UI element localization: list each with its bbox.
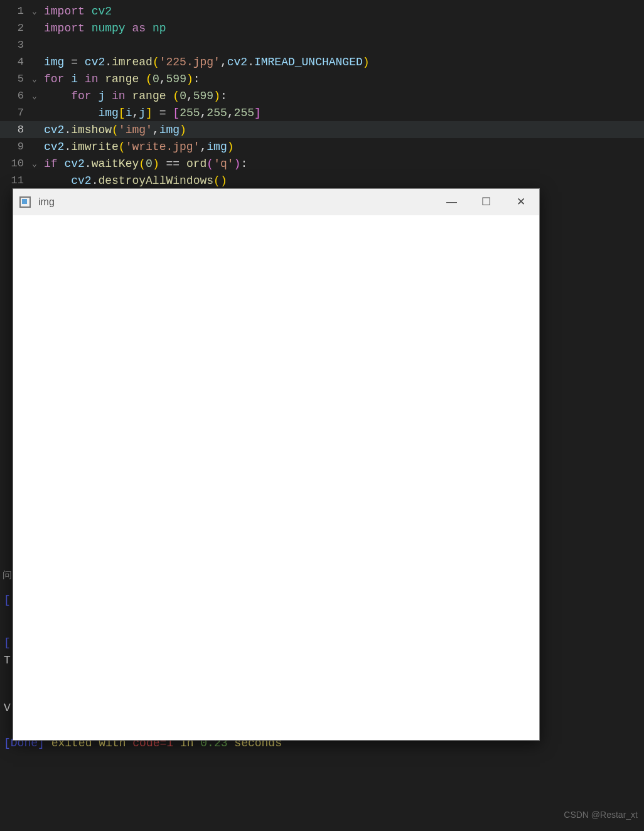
fold-icon[interactable]: ⌄ bbox=[28, 6, 41, 16]
code-editor[interactable]: 1⌄import cv22import numpy as np34img = c… bbox=[0, 0, 644, 189]
code-line[interactable]: 3 bbox=[0, 36, 644, 53]
minimize-button[interactable]: — bbox=[446, 198, 455, 206]
code-line[interactable]: 8cv2.imshow('img',img) bbox=[0, 121, 644, 138]
code-content[interactable]: for j in range (0,599): bbox=[41, 90, 227, 102]
line-number: 9 bbox=[0, 141, 28, 153]
line-number: 1 bbox=[0, 5, 28, 17]
code-line[interactable]: 11 cv2.destroyAllWindows() bbox=[0, 172, 644, 189]
terminal-text: T bbox=[4, 654, 11, 667]
code-content[interactable]: img[i,j] = [255,255,255] bbox=[41, 107, 261, 119]
line-number: 6 bbox=[0, 90, 28, 102]
line-number: 3 bbox=[0, 39, 28, 51]
code-content[interactable]: cv2.imshow('img',img) bbox=[41, 124, 186, 136]
code-line[interactable]: 10⌄if cv2.waitKey(0) == ord('q'): bbox=[0, 155, 644, 172]
line-number: 10 bbox=[0, 158, 28, 169]
line-number: 2 bbox=[0, 22, 28, 34]
code-line[interactable]: 1⌄import cv2 bbox=[0, 3, 644, 19]
watermark: CSDN @Restar_xt bbox=[564, 810, 638, 820]
bracket: [ bbox=[4, 594, 11, 606]
code-content[interactable]: if cv2.waitKey(0) == ord('q'): bbox=[41, 158, 247, 170]
maximize-button[interactable]: ☐ bbox=[481, 198, 490, 206]
code-line[interactable]: 6⌄ for j in range (0,599): bbox=[0, 87, 644, 104]
code-content[interactable]: import cv2 bbox=[41, 5, 112, 18]
fold-icon[interactable]: ⌄ bbox=[28, 74, 41, 84]
window-titlebar[interactable]: img — ☐ ✕ bbox=[13, 189, 539, 215]
fold-icon[interactable]: ⌄ bbox=[28, 159, 41, 169]
code-line[interactable]: 2import numpy as np bbox=[0, 19, 644, 36]
code-content[interactable]: import numpy as np bbox=[41, 22, 166, 35]
cv2-window[interactable]: img — ☐ ✕ bbox=[13, 188, 540, 741]
close-button[interactable]: ✕ bbox=[517, 198, 525, 206]
code-line[interactable]: 5⌄for i in range (0,599): bbox=[0, 70, 644, 87]
image-canvas bbox=[13, 215, 539, 740]
line-number: 11 bbox=[0, 174, 28, 186]
window-title: img bbox=[38, 196, 55, 208]
line-number: 4 bbox=[0, 56, 28, 68]
code-content[interactable]: for i in range (0,599): bbox=[41, 73, 200, 85]
line-number: 8 bbox=[0, 124, 28, 136]
code-line[interactable]: 9cv2.imwrite('write.jpg',img) bbox=[0, 138, 644, 155]
code-content[interactable]: cv2.imwrite('write.jpg',img) bbox=[41, 141, 234, 153]
code-content[interactable]: img = cv2.imread('225.jpg',cv2.IMREAD_UN… bbox=[41, 56, 370, 68]
fold-icon[interactable]: ⌄ bbox=[28, 91, 41, 101]
line-number: 5 bbox=[0, 73, 28, 85]
code-content[interactable]: cv2.destroyAllWindows() bbox=[41, 174, 227, 187]
code-line[interactable]: 7 img[i,j] = [255,255,255] bbox=[0, 104, 644, 121]
bracket: [ bbox=[4, 737, 11, 749]
line-number: 7 bbox=[0, 107, 28, 119]
window-icon bbox=[19, 196, 31, 208]
code-line[interactable]: 4img = cv2.imread('225.jpg',cv2.IMREAD_U… bbox=[0, 53, 644, 70]
bracket: [ bbox=[4, 636, 11, 649]
